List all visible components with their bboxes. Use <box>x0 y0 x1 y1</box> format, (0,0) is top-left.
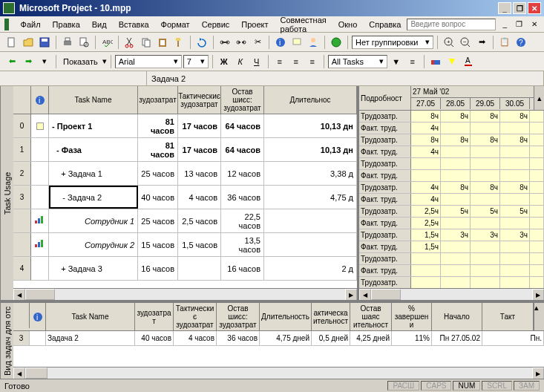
timephased-cell[interactable] <box>500 277 530 288</box>
b-scroll-thumb[interactable] <box>25 368 47 379</box>
timephased-cell[interactable] <box>441 277 471 288</box>
remain-cell[interactable]: 22,5 часов <box>221 209 264 232</box>
zoom-out-button[interactable]: − <box>458 35 473 50</box>
task-name-cell[interactable]: + Задача 1 <box>49 162 138 185</box>
timephased-cell[interactable]: 8ч <box>411 134 441 146</box>
timephased-cell[interactable]: 3ч <box>500 229 530 241</box>
timephased-cell[interactable]: 8ч <box>441 182 471 193</box>
italic-button[interactable]: К <box>233 54 248 69</box>
b-row-fact[interactable]: Пн. <box>482 331 544 345</box>
timephased-cell[interactable] <box>441 170 471 181</box>
timephased-cell[interactable] <box>500 253 530 264</box>
size-select[interactable]: 7▾ <box>183 55 209 68</box>
menu-file[interactable]: Файл <box>15 19 47 30</box>
remain-cell[interactable]: 12 часов <box>221 162 264 185</box>
right-h-scroll[interactable]: ◀ ▶ <box>359 288 544 300</box>
actual-cell[interactable]: 1,5 часов <box>178 233 221 256</box>
undo-button[interactable] <box>194 35 209 50</box>
b-col-remain[interactable]: Остав шиєс: зудозатрат <box>217 303 260 330</box>
menu-edit[interactable]: Правка <box>47 19 86 30</box>
timephased-cell[interactable] <box>441 122 471 134</box>
date-header-cell[interactable]: 30.05 <box>500 98 530 109</box>
task-name-cell[interactable]: - Задача 2 <box>49 186 138 209</box>
timephased-cell[interactable]: 5ч <box>441 206 471 217</box>
remain-cell[interactable]: 16 часов <box>221 257 264 280</box>
timephased-cell[interactable]: 8ч <box>500 182 530 193</box>
timephased-cell[interactable] <box>411 265 441 276</box>
remain-cell[interactable]: 64 часов <box>221 114 264 137</box>
help-question-input[interactable] <box>407 19 496 30</box>
menu-insert[interactable]: Вставка <box>113 19 155 30</box>
timephased-row[interactable]: Трудозатр.8ч8ч8ч8ч <box>359 111 544 122</box>
timephased-cell[interactable]: 8ч <box>471 182 500 193</box>
work-cell[interactable]: 16 часов <box>138 257 178 280</box>
timephased-cell[interactable] <box>500 194 530 205</box>
goto-button[interactable]: ➡ <box>474 35 489 50</box>
task-name-cell[interactable]: + Задача 3 <box>49 257 138 280</box>
timephased-cell[interactable]: 5ч <box>500 206 530 217</box>
publish-button[interactable] <box>329 35 344 50</box>
timephased-cell[interactable] <box>471 146 500 157</box>
menu-project[interactable]: Проект <box>235 19 274 30</box>
timephased-cell[interactable] <box>500 146 530 157</box>
dur-cell[interactable]: 10,13 дн <box>264 114 357 137</box>
timephased-cell[interactable]: 8ч <box>441 134 471 146</box>
timephased-row[interactable]: Трудозатр.2,5ч5ч5ч5ч <box>359 206 544 218</box>
work-cell[interactable]: 25 часов <box>138 162 178 185</box>
menu-view[interactable]: Вид <box>86 19 113 30</box>
timephased-cell[interactable] <box>441 218 471 229</box>
timephased-cell[interactable] <box>471 241 500 252</box>
forward-button[interactable]: ➡ <box>21 54 36 69</box>
task-row[interactable]: Сотрудник 215 часов1,5 часов13,5 часов <box>13 233 357 257</box>
timephased-row[interactable]: Трудозатр. <box>359 277 544 288</box>
row-header-blank[interactable] <box>13 86 31 114</box>
timephased-cell[interactable]: 8ч <box>411 111 441 122</box>
timephased-cell[interactable] <box>471 265 500 276</box>
b-col-actual[interactable]: Тактическиє зудозатрат <box>174 303 217 330</box>
font-select[interactable]: Arial▾ <box>115 55 182 68</box>
actual-cell[interactable]: 17 часов <box>178 138 221 161</box>
row-id[interactable]: 1 <box>13 138 31 161</box>
row-id[interactable] <box>13 233 31 256</box>
scroll-right[interactable]: ▶ <box>345 289 357 301</box>
scroll-thumb[interactable] <box>25 289 55 300</box>
timephased-row[interactable]: Факт. труд.2,5ч <box>359 218 544 229</box>
timephased-row[interactable]: Трудозатр. <box>359 158 544 170</box>
timephased-row[interactable]: Трудозатр.4ч8ч8ч8ч <box>359 182 544 194</box>
task-row[interactable]: 2 + Задача 125 часов13 часов12 часов3,38… <box>13 162 357 186</box>
menu-format[interactable]: Формат <box>155 19 196 30</box>
timephased-cell[interactable]: 3ч <box>441 229 471 241</box>
timephased-cell[interactable] <box>471 218 500 229</box>
timephased-cell[interactable] <box>441 146 471 157</box>
scroll-up[interactable]: ▴ <box>534 86 544 110</box>
cut-button[interactable] <box>122 35 137 50</box>
timephased-cell[interactable]: 1,5ч <box>411 241 441 252</box>
timephased-cell[interactable]: 8ч <box>471 134 500 146</box>
task-name-cell[interactable]: Сотрудник 2 <box>49 233 138 256</box>
filter-plus-button[interactable]: ≡ <box>405 54 420 69</box>
timephased-cell[interactable] <box>411 277 441 288</box>
task-name-cell[interactable]: - Фаза <box>49 138 138 161</box>
dur-cell[interactable]: 3,38 д <box>264 162 357 185</box>
dur-cell[interactable]: 10,13 дн <box>264 138 357 161</box>
b-rowhdr[interactable] <box>13 303 30 328</box>
format-painter-button[interactable] <box>171 35 186 50</box>
b-col-start[interactable]: Начало <box>432 303 482 330</box>
align-left-button[interactable]: ≡ <box>272 54 287 69</box>
entry-value[interactable]: Задача 2 <box>147 71 544 85</box>
timephased-cell[interactable]: 4ч <box>411 122 441 134</box>
copy-button[interactable] <box>139 35 154 50</box>
copy-picture-button[interactable]: 📋 <box>497 35 512 50</box>
timephased-row[interactable]: Трудозатр.8ч8ч8ч8ч <box>359 134 544 146</box>
dur-cell[interactable] <box>264 233 357 256</box>
timephased-cell[interactable] <box>471 253 500 264</box>
b-col-dur[interactable]: Длительность <box>260 303 312 330</box>
task-name-cell[interactable]: - Проект 1 <box>49 114 138 137</box>
show-label[interactable]: Показать <box>60 57 101 66</box>
spell-check-button[interactable]: ABC <box>99 35 114 50</box>
print-preview-button[interactable] <box>76 35 91 50</box>
timephased-cell[interactable] <box>471 122 500 134</box>
timephased-cell[interactable] <box>500 265 530 276</box>
fill-color-button[interactable] <box>445 54 459 69</box>
timephased-cell[interactable]: 4ч <box>411 194 441 205</box>
